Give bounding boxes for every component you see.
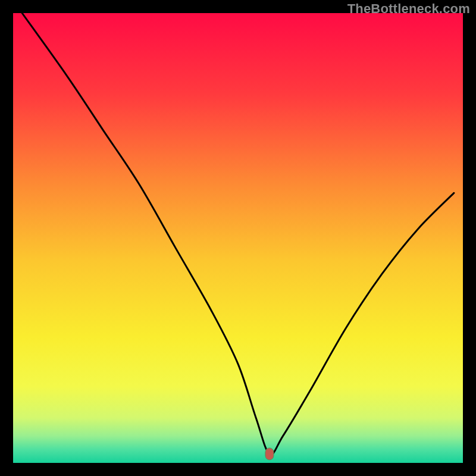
chart-frame: TheBottleneck.com	[0, 0, 476, 476]
minimum-marker	[265, 448, 274, 460]
gradient-background	[13, 13, 463, 463]
plot-area	[13, 13, 463, 463]
bottleneck-chart	[13, 13, 463, 463]
